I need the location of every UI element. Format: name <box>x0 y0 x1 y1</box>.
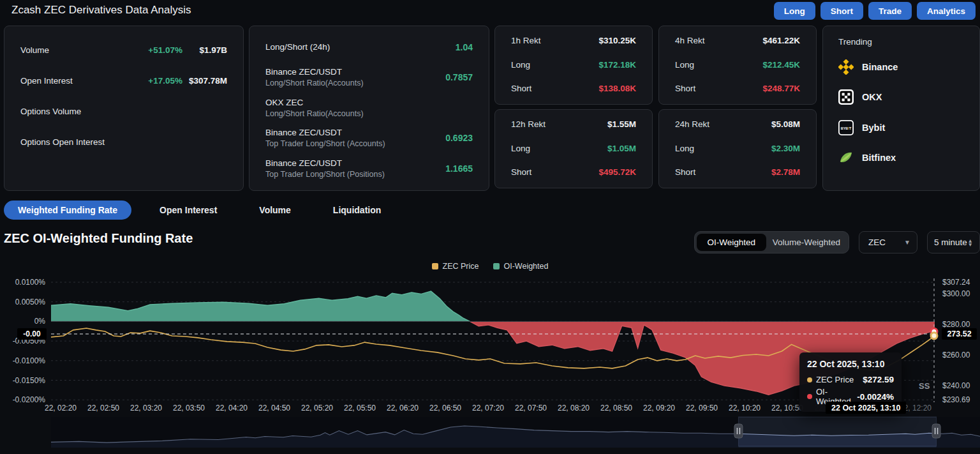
bybit-icon: BYB!T <box>838 120 854 135</box>
long-short-card: Long/Short (24h) 1.04 Binance ZEC/USDT L… <box>249 26 489 191</box>
toggle-oi-weighted[interactable]: OI-Weighted <box>697 234 766 251</box>
overview-row-volume: Volume +51.07% $1.97B <box>20 34 227 65</box>
long-button[interactable]: Long <box>774 2 815 20</box>
tab-liquidation[interactable]: Liquidation <box>319 205 395 215</box>
rekt-short-value: $2.78M <box>771 167 800 177</box>
bitfinex-icon <box>838 150 854 165</box>
legend-swatch-icon <box>432 263 438 269</box>
symbol-select[interactable]: ZEC ▼ <box>859 231 917 253</box>
rekt-long-label: Long <box>675 60 694 70</box>
overview-row-options-open-interest: Options Open Interest <box>20 126 227 157</box>
rekt-short-label: Short <box>675 167 695 177</box>
overview-card: Volume +51.07% $1.97B Open Interest +17.… <box>4 26 244 191</box>
navigator-handle[interactable] <box>932 424 940 438</box>
ratio-title: Long/Short (24h) <box>265 42 456 52</box>
legend-label: ZEC Price <box>443 262 479 271</box>
tab-open-interest[interactable]: Open Interest <box>145 205 231 215</box>
x-axis-label: 22, 05:50 <box>339 404 381 412</box>
ratio-value: 1.1665 <box>445 163 473 174</box>
navigator-handle[interactable] <box>734 424 743 438</box>
symbol-select-value: ZEC <box>868 238 886 247</box>
x-axis-label: 22, 04:20 <box>211 404 253 412</box>
rekt-short-label: Short <box>511 167 531 177</box>
price-dot-icon <box>807 377 812 382</box>
ratio-row: OKX ZEC Long/Short Ratio(Accounts) <box>265 93 473 123</box>
tooltip-oiw-value: -0.0024% <box>857 392 894 402</box>
ratio-row: Long/Short (24h) 1.04 <box>265 32 473 63</box>
options-volume-label: Options Volume <box>20 107 106 116</box>
okx-icon <box>838 89 854 105</box>
legend-item[interactable]: OI-Weighted <box>493 262 549 271</box>
x-axis-label: 22, 08:50 <box>595 404 637 412</box>
rekt-short-label: Short <box>511 84 531 93</box>
open-interest-label: Open Interest <box>20 76 106 86</box>
open-interest-value: $307.78M <box>182 76 227 86</box>
oi-weighted-dot-icon <box>807 394 812 399</box>
chart-navigator[interactable] <box>0 415 980 454</box>
ratio-subtitle: Top Trader Long/Short (Accounts) <box>265 139 445 148</box>
rekt-long-label: Long <box>511 60 530 70</box>
short-button[interactable]: Short <box>820 2 863 20</box>
trending-item-okx[interactable]: OKX <box>838 82 979 113</box>
tooltip-title: 22 Oct 2025, 13:10 <box>807 359 894 369</box>
ratio-title: Binance ZEC/USDT <box>265 128 445 137</box>
trending-item-bitfinex[interactable]: Bitfinex <box>838 143 979 174</box>
volume-change: +51.07% <box>106 45 182 55</box>
ratio-value: 0.7857 <box>445 72 473 82</box>
ratio-subtitle: Long/Short Ratio(Accounts) <box>265 79 445 87</box>
x-axis-label: 22, 06:20 <box>382 404 424 412</box>
x-axis-label: 22, 02:50 <box>82 404 124 412</box>
rekt-short-label: Short <box>675 84 695 93</box>
rekt-long-label: Long <box>511 144 530 153</box>
legend-swatch-icon <box>493 263 500 269</box>
ratio-title: Binance ZEC/USDT <box>265 67 445 77</box>
overview-row-open-interest: Open Interest +17.05% $307.78M <box>20 65 227 96</box>
current-price-badge: 273.52 <box>942 328 977 340</box>
ratio-title: Binance ZEC/USDT <box>265 158 445 168</box>
trending-name: Bybit <box>862 123 885 133</box>
rekt-short-value: $495.72K <box>598 167 636 177</box>
ratio-value: 1.04 <box>456 42 473 52</box>
chevron-down-icon: ▼ <box>904 239 910 246</box>
ratio-title: OKX ZEC <box>265 98 473 107</box>
toggle-volume-weighted[interactable]: Volume-Weighted <box>766 234 847 251</box>
ratio-row: Binance ZEC/USDT Long/Short Ratio(Accoun… <box>265 63 473 93</box>
rekt-period: 4h Rekt <box>675 36 705 45</box>
trending-name: OKX <box>862 92 882 102</box>
trade-button[interactable]: Trade <box>868 2 912 20</box>
tab-weighted-funding-rate[interactable]: Weighted Funding Rate <box>4 201 131 220</box>
weighted-toggle: OI-Weighted Volume-Weighted <box>694 231 849 253</box>
trending-title: Trending <box>823 26 979 47</box>
binance-icon <box>838 59 854 75</box>
trending-card: Trending Binance <box>822 26 980 191</box>
rekt-period: 1h Rekt <box>511 36 541 45</box>
rekt-4h-card: 4h Rekt$461.22K Long$212.45K Short$248.7… <box>658 26 817 105</box>
rekt-total: $5.08M <box>771 119 800 129</box>
svg-text:BYB!T: BYB!T <box>841 126 852 130</box>
x-axis-label: 22, 07:20 <box>467 404 509 412</box>
rekt-period: 24h Rekt <box>675 119 709 129</box>
overview-row-options-volume: Options Volume <box>20 96 227 126</box>
trending-item-binance[interactable]: Binance <box>838 52 979 82</box>
interval-select-value: 5 minute <box>934 238 967 247</box>
legend-item[interactable]: ZEC Price <box>432 262 479 271</box>
rekt-24h-card: 24h Rekt$5.08M Long$2.30M Short$2.78M <box>658 109 817 188</box>
analytics-button[interactable]: Analytics <box>917 2 976 20</box>
rekt-long-value: $212.45K <box>762 60 800 70</box>
interval-select[interactable]: 5 minute ▲▼ <box>927 231 980 253</box>
header-buttons: Long Short Trade Analytics <box>774 2 976 20</box>
rekt-total: $310.25K <box>598 36 636 45</box>
tab-volume[interactable]: Volume <box>245 205 305 215</box>
trending-name: Binance <box>862 62 898 72</box>
ratio-subtitle: Long/Short Ratio(Accounts) <box>265 109 473 118</box>
trending-item-bybit[interactable]: BYB!T Bybit <box>838 112 979 143</box>
ratio-subtitle: Top Trader Long/Short (Positions) <box>265 170 445 179</box>
rekt-total: $1.55M <box>607 119 636 129</box>
x-axis-label: 22, 06:50 <box>424 404 466 412</box>
x-axis-label: 22, 03:20 <box>125 404 167 412</box>
x-axis-label: 22, 02:20 <box>40 404 82 412</box>
x-axis-label: 22, 04:50 <box>253 404 295 412</box>
rekt-total: $461.22K <box>762 36 800 45</box>
tooltip-price-label: ZEC Price <box>816 375 854 384</box>
rekt-long-value: $1.05M <box>607 144 636 153</box>
